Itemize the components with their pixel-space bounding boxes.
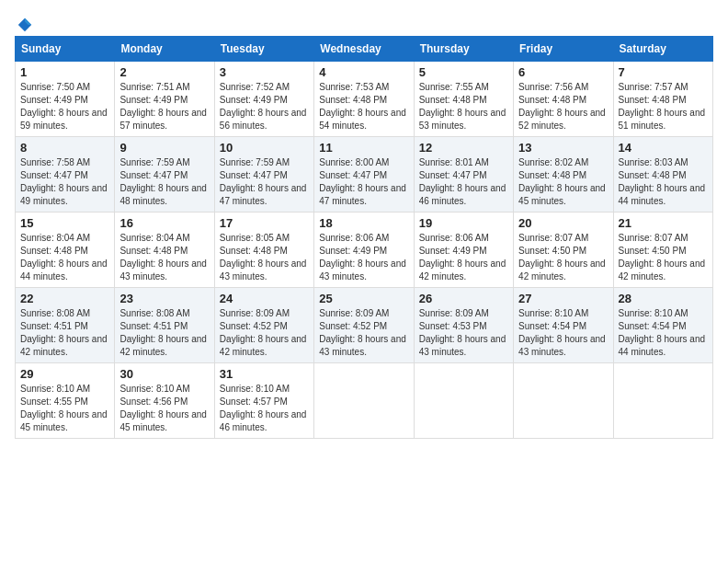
day-info: Sunrise: 8:10 AMSunset: 4:54 PMDaylight:… <box>619 307 708 359</box>
calendar-cell: 5Sunrise: 7:55 AMSunset: 4:48 PMDaylight… <box>414 62 513 137</box>
calendar-table: SundayMondayTuesdayWednesdayThursdayFrid… <box>15 36 713 439</box>
day-info: Sunrise: 8:05 AMSunset: 4:48 PMDaylight:… <box>220 232 309 283</box>
weekday-header: Saturday <box>613 37 712 62</box>
logo-icon <box>17 17 33 33</box>
day-number: 29 <box>20 367 109 381</box>
calendar-week-row: 1Sunrise: 7:50 AMSunset: 4:49 PMDaylight… <box>16 62 713 137</box>
day-number: 15 <box>20 216 109 230</box>
calendar-cell: 22Sunrise: 8:08 AMSunset: 4:51 PMDayligh… <box>16 288 115 363</box>
calendar-cell: 29Sunrise: 8:10 AMSunset: 4:55 PMDayligh… <box>16 363 115 439</box>
day-info: Sunrise: 8:10 AMSunset: 4:57 PMDaylight:… <box>220 383 309 434</box>
calendar-week-row: 22Sunrise: 8:08 AMSunset: 4:51 PMDayligh… <box>16 288 713 363</box>
logo <box>15 15 33 30</box>
day-number: 18 <box>319 216 408 230</box>
weekday-header: Sunday <box>16 37 115 62</box>
calendar-cell: 12Sunrise: 8:01 AMSunset: 4:47 PMDayligh… <box>414 137 513 213</box>
day-number: 2 <box>119 65 209 79</box>
day-number: 25 <box>319 292 408 305</box>
day-info: Sunrise: 8:02 AMSunset: 4:48 PMDaylight:… <box>518 156 608 208</box>
day-number: 13 <box>518 141 608 155</box>
calendar-header-row: SundayMondayTuesdayWednesdayThursdayFrid… <box>16 37 713 62</box>
day-info: Sunrise: 8:08 AMSunset: 4:51 PMDaylight:… <box>20 307 109 359</box>
calendar-cell: 11Sunrise: 8:00 AMSunset: 4:47 PMDayligh… <box>314 137 414 213</box>
day-number: 7 <box>619 65 708 79</box>
calendar-cell: 15Sunrise: 8:04 AMSunset: 4:48 PMDayligh… <box>16 213 115 288</box>
day-number: 31 <box>220 367 309 381</box>
day-number: 3 <box>220 65 309 79</box>
calendar-cell: 23Sunrise: 8:08 AMSunset: 4:51 PMDayligh… <box>115 288 214 363</box>
calendar-cell: 8Sunrise: 7:58 AMSunset: 4:47 PMDaylight… <box>16 137 115 213</box>
day-info: Sunrise: 8:07 AMSunset: 4:50 PMDaylight:… <box>619 232 708 283</box>
day-info: Sunrise: 8:00 AMSunset: 4:47 PMDaylight:… <box>319 156 408 208</box>
calendar-cell <box>414 363 513 439</box>
day-number: 10 <box>220 141 309 155</box>
day-info: Sunrise: 7:53 AMSunset: 4:48 PMDaylight:… <box>319 81 408 132</box>
day-number: 4 <box>319 65 408 79</box>
calendar-cell: 25Sunrise: 8:09 AMSunset: 4:52 PMDayligh… <box>314 288 414 363</box>
weekday-header: Friday <box>514 37 613 62</box>
calendar-cell: 14Sunrise: 8:03 AMSunset: 4:48 PMDayligh… <box>613 137 712 213</box>
calendar-cell: 1Sunrise: 7:50 AMSunset: 4:49 PMDaylight… <box>16 62 115 137</box>
day-number: 30 <box>119 367 209 381</box>
day-number: 1 <box>20 65 109 79</box>
day-info: Sunrise: 8:06 AMSunset: 4:49 PMDaylight:… <box>419 232 508 283</box>
day-number: 14 <box>619 141 708 155</box>
calendar-cell: 13Sunrise: 8:02 AMSunset: 4:48 PMDayligh… <box>514 137 613 213</box>
calendar-cell: 24Sunrise: 8:09 AMSunset: 4:52 PMDayligh… <box>214 288 313 363</box>
calendar-week-row: 15Sunrise: 8:04 AMSunset: 4:48 PMDayligh… <box>16 213 713 288</box>
calendar-cell <box>514 363 613 439</box>
header <box>15 15 713 30</box>
weekday-header: Wednesday <box>314 37 414 62</box>
day-info: Sunrise: 8:09 AMSunset: 4:52 PMDaylight:… <box>220 307 309 359</box>
day-number: 23 <box>119 292 209 305</box>
day-number: 24 <box>220 292 309 305</box>
calendar-cell <box>314 363 414 439</box>
calendar-cell: 31Sunrise: 8:10 AMSunset: 4:57 PMDayligh… <box>214 363 313 439</box>
calendar-cell: 16Sunrise: 8:04 AMSunset: 4:48 PMDayligh… <box>115 213 214 288</box>
day-info: Sunrise: 8:07 AMSunset: 4:50 PMDaylight:… <box>518 232 608 283</box>
day-info: Sunrise: 7:56 AMSunset: 4:48 PMDaylight:… <box>518 81 608 132</box>
day-info: Sunrise: 8:01 AMSunset: 4:47 PMDaylight:… <box>419 156 508 208</box>
day-number: 8 <box>20 141 109 155</box>
day-info: Sunrise: 7:50 AMSunset: 4:49 PMDaylight:… <box>20 81 109 132</box>
day-info: Sunrise: 7:51 AMSunset: 4:49 PMDaylight:… <box>119 81 209 132</box>
day-info: Sunrise: 7:58 AMSunset: 4:47 PMDaylight:… <box>20 156 109 208</box>
calendar-cell: 18Sunrise: 8:06 AMSunset: 4:49 PMDayligh… <box>314 213 414 288</box>
calendar-cell: 27Sunrise: 8:10 AMSunset: 4:54 PMDayligh… <box>514 288 613 363</box>
day-number: 27 <box>518 292 608 305</box>
day-number: 5 <box>419 65 508 79</box>
day-info: Sunrise: 8:04 AMSunset: 4:48 PMDaylight:… <box>119 232 209 283</box>
logo-text <box>15 15 33 34</box>
weekday-header: Tuesday <box>214 37 313 62</box>
day-info: Sunrise: 8:09 AMSunset: 4:52 PMDaylight:… <box>319 307 408 359</box>
calendar-cell: 6Sunrise: 7:56 AMSunset: 4:48 PMDaylight… <box>514 62 613 137</box>
calendar-cell: 2Sunrise: 7:51 AMSunset: 4:49 PMDaylight… <box>115 62 214 137</box>
calendar-cell: 21Sunrise: 8:07 AMSunset: 4:50 PMDayligh… <box>613 213 712 288</box>
day-info: Sunrise: 8:04 AMSunset: 4:48 PMDaylight:… <box>20 232 109 283</box>
day-info: Sunrise: 7:57 AMSunset: 4:48 PMDaylight:… <box>619 81 708 132</box>
day-number: 20 <box>518 216 608 230</box>
calendar-cell: 7Sunrise: 7:57 AMSunset: 4:48 PMDaylight… <box>613 62 712 137</box>
day-info: Sunrise: 7:59 AMSunset: 4:47 PMDaylight:… <box>220 156 309 208</box>
calendar-cell: 26Sunrise: 8:09 AMSunset: 4:53 PMDayligh… <box>414 288 513 363</box>
calendar-cell: 4Sunrise: 7:53 AMSunset: 4:48 PMDaylight… <box>314 62 414 137</box>
day-number: 6 <box>518 65 608 79</box>
day-info: Sunrise: 8:09 AMSunset: 4:53 PMDaylight:… <box>419 307 508 359</box>
day-info: Sunrise: 8:03 AMSunset: 4:48 PMDaylight:… <box>619 156 708 208</box>
day-number: 12 <box>419 141 508 155</box>
weekday-header: Monday <box>115 37 214 62</box>
day-number: 16 <box>119 216 209 230</box>
day-info: Sunrise: 7:55 AMSunset: 4:48 PMDaylight:… <box>419 81 508 132</box>
calendar-cell <box>613 363 712 439</box>
weekday-header: Thursday <box>414 37 513 62</box>
calendar-cell: 30Sunrise: 8:10 AMSunset: 4:56 PMDayligh… <box>115 363 214 439</box>
calendar-cell: 28Sunrise: 8:10 AMSunset: 4:54 PMDayligh… <box>613 288 712 363</box>
day-number: 22 <box>20 292 109 305</box>
day-info: Sunrise: 7:52 AMSunset: 4:49 PMDaylight:… <box>220 81 309 132</box>
calendar-cell: 10Sunrise: 7:59 AMSunset: 4:47 PMDayligh… <box>214 137 313 213</box>
calendar-cell: 20Sunrise: 8:07 AMSunset: 4:50 PMDayligh… <box>514 213 613 288</box>
day-number: 11 <box>319 141 408 155</box>
day-number: 17 <box>220 216 309 230</box>
day-number: 26 <box>419 292 508 305</box>
page: SundayMondayTuesdayWednesdayThursdayFrid… <box>0 0 728 450</box>
